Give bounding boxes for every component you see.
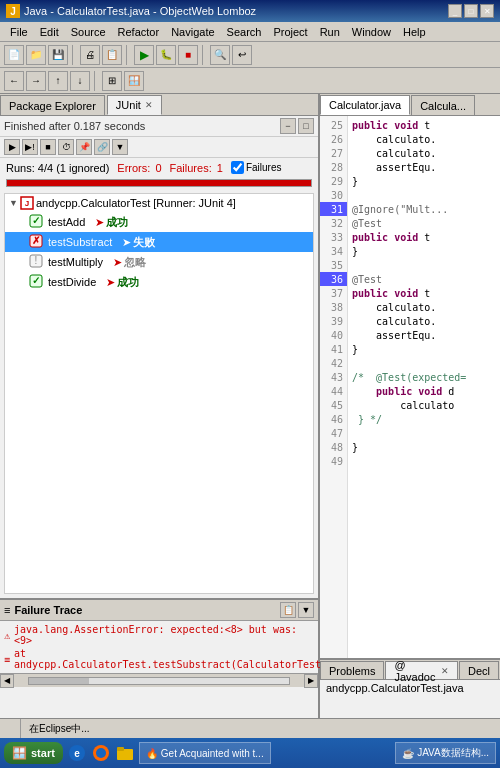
trace-copy-btn[interactable]: 📋 bbox=[280, 602, 296, 618]
svg-text:J: J bbox=[25, 199, 29, 208]
history-btn[interactable]: ⏱ bbox=[58, 139, 74, 155]
close-button[interactable]: ✕ bbox=[480, 4, 494, 18]
open-button[interactable]: 📁 bbox=[26, 45, 46, 65]
new-button[interactable]: 📄 bbox=[4, 45, 24, 65]
scroll-track[interactable] bbox=[28, 677, 290, 685]
test-tree[interactable]: ▼ J andycpp.CalculatorTest [Runner: JUni… bbox=[4, 193, 314, 594]
code-line-40: assertEqu. bbox=[352, 328, 496, 342]
maximize-button[interactable]: □ bbox=[464, 4, 478, 18]
tab-javadoc[interactable]: @ Javadoc ✕ bbox=[385, 661, 458, 679]
tree-expand-arrow: ▼ bbox=[9, 198, 18, 208]
test-ignore-icon: ! bbox=[29, 254, 43, 270]
line-num-30: 30 bbox=[320, 188, 347, 202]
down-button[interactable]: ↓ bbox=[70, 71, 90, 91]
print-button[interactable]: 🖨 bbox=[80, 45, 100, 65]
editor-tabs: Calculator.java Calcula... bbox=[320, 94, 500, 116]
code-content[interactable]: public void t calculato. calculato. asse… bbox=[348, 116, 500, 658]
failures-label: Failures: 1 bbox=[170, 162, 223, 174]
view-btn[interactable]: 🪟 bbox=[124, 71, 144, 91]
junit-header: Finished after 0.187 seconds − □ bbox=[0, 116, 318, 137]
taskbar-ie-icon[interactable]: e bbox=[67, 743, 87, 763]
list-item[interactable]: ✓ testDivide ➤ 成功 bbox=[5, 272, 313, 292]
line-num-49: 49 bbox=[320, 454, 347, 468]
stop-test-btn[interactable]: ■ bbox=[40, 139, 56, 155]
code-line-35 bbox=[352, 258, 496, 272]
result-container: ➤ 成功 bbox=[95, 215, 128, 230]
tab-package-explorer[interactable]: Package Explorer bbox=[0, 95, 105, 115]
taskbar-acquainted-btn[interactable]: 🔥 Get Acquainted with t... bbox=[139, 742, 271, 764]
menu-help[interactable]: Help bbox=[397, 25, 432, 39]
status-eclipse-text: 在Eclipse中... bbox=[29, 722, 90, 736]
scroll-left-btn[interactable]: ◀ bbox=[0, 674, 14, 688]
taskbar-firefox-icon[interactable] bbox=[91, 743, 111, 763]
rerun-failed-btn[interactable]: ▶! bbox=[22, 139, 38, 155]
minimize-button[interactable]: _ bbox=[448, 4, 462, 18]
list-item[interactable]: ✓ testAdd ➤ 成功 bbox=[5, 212, 313, 232]
run-button[interactable]: ▶ bbox=[134, 45, 154, 65]
save-button[interactable]: 💾 bbox=[48, 45, 68, 65]
menu-refactor[interactable]: Refactor bbox=[112, 25, 166, 39]
tab-problems[interactable]: Problems bbox=[320, 661, 384, 679]
tab-calcula[interactable]: Calcula... bbox=[411, 95, 475, 115]
link-btn[interactable]: 🔗 bbox=[94, 139, 110, 155]
tab-junit[interactable]: JUnit ✕ bbox=[107, 95, 162, 115]
prev-button[interactable]: ← bbox=[4, 71, 24, 91]
list-item[interactable]: ✗ testSubstract ➤ 失败 bbox=[5, 232, 313, 252]
line-num-39: 39 bbox=[320, 314, 347, 328]
junit-root-icon: J bbox=[20, 196, 34, 210]
next-button[interactable]: → bbox=[26, 71, 46, 91]
pin-btn[interactable]: 📌 bbox=[76, 139, 92, 155]
menu-navigate[interactable]: Navigate bbox=[165, 25, 220, 39]
test-name: testDivide bbox=[48, 276, 96, 288]
taskbar: 🪟 start e 🔥 Get Acquainted with t... ☕ J… bbox=[0, 738, 500, 768]
svg-text:e: e bbox=[74, 748, 80, 759]
ref-button[interactable]: ↩ bbox=[232, 45, 252, 65]
menu-run[interactable]: Run bbox=[314, 25, 346, 39]
maximize-panel-btn[interactable]: □ bbox=[298, 118, 314, 134]
view-menu-btn[interactable]: ▼ bbox=[112, 139, 128, 155]
line-num-45: 45 bbox=[320, 398, 347, 412]
search-button[interactable]: 🔍 bbox=[210, 45, 230, 65]
failure-trace-icon: ≡ bbox=[4, 604, 10, 616]
window-controls[interactable]: _ □ ✕ bbox=[448, 4, 494, 18]
menu-search[interactable]: Search bbox=[221, 25, 268, 39]
status-item-1 bbox=[4, 719, 21, 738]
svg-text:!: ! bbox=[35, 255, 38, 266]
copy-button[interactable]: 📋 bbox=[102, 45, 122, 65]
trace-text-1: java.lang.AssertionError: expected:<8> b… bbox=[14, 624, 314, 646]
menu-project[interactable]: Project bbox=[267, 25, 313, 39]
taskbar-folder-icon[interactable] bbox=[115, 743, 135, 763]
test-pass-icon: ✓ bbox=[29, 214, 43, 230]
result-arrow-icon: ➤ bbox=[113, 256, 122, 269]
toolbar-separator bbox=[72, 45, 76, 65]
tab-decl[interactable]: Decl bbox=[459, 661, 499, 679]
tab-close-icon[interactable]: ✕ bbox=[145, 100, 153, 110]
code-line-47 bbox=[352, 426, 496, 440]
start-button[interactable]: 🪟 start bbox=[4, 742, 63, 764]
perspective-btn[interactable]: ⊞ bbox=[102, 71, 122, 91]
debug-button[interactable]: 🐛 bbox=[156, 45, 176, 65]
error-icon: ⚠ bbox=[4, 630, 10, 641]
tree-root[interactable]: ▼ J andycpp.CalculatorTest [Runner: JUni… bbox=[5, 194, 313, 212]
taskbar-java-btn[interactable]: ☕ JAVA数据结构... bbox=[395, 742, 496, 764]
trace-filter-btn[interactable]: ▼ bbox=[298, 602, 314, 618]
line-num-34: 34 bbox=[320, 244, 347, 258]
scroll-right-btn[interactable]: ▶ bbox=[304, 674, 318, 688]
up-button[interactable]: ↑ bbox=[48, 71, 68, 91]
app-icon: J bbox=[6, 4, 20, 18]
menu-window[interactable]: Window bbox=[346, 25, 397, 39]
tab-calculator-java[interactable]: Calculator.java bbox=[320, 95, 410, 115]
horizontal-scrollbar[interactable]: ◀ ▶ bbox=[0, 673, 318, 687]
scroll-thumb[interactable] bbox=[29, 678, 89, 684]
minimize-panel-btn[interactable]: − bbox=[280, 118, 296, 134]
menu-edit[interactable]: Edit bbox=[34, 25, 65, 39]
stop-button[interactable]: ■ bbox=[178, 45, 198, 65]
rerun-btn[interactable]: ▶ bbox=[4, 139, 20, 155]
javadoc-close-icon[interactable]: ✕ bbox=[441, 666, 449, 676]
menu-file[interactable]: File bbox=[4, 25, 34, 39]
failures-checkbox[interactable] bbox=[231, 161, 244, 174]
menu-source[interactable]: Source bbox=[65, 25, 112, 39]
test-fail-icon: ✗ bbox=[29, 234, 43, 250]
failures-checkbox-container[interactable]: Failures bbox=[231, 161, 282, 174]
list-item[interactable]: ! testMultiply ➤ 忽略 bbox=[5, 252, 313, 272]
